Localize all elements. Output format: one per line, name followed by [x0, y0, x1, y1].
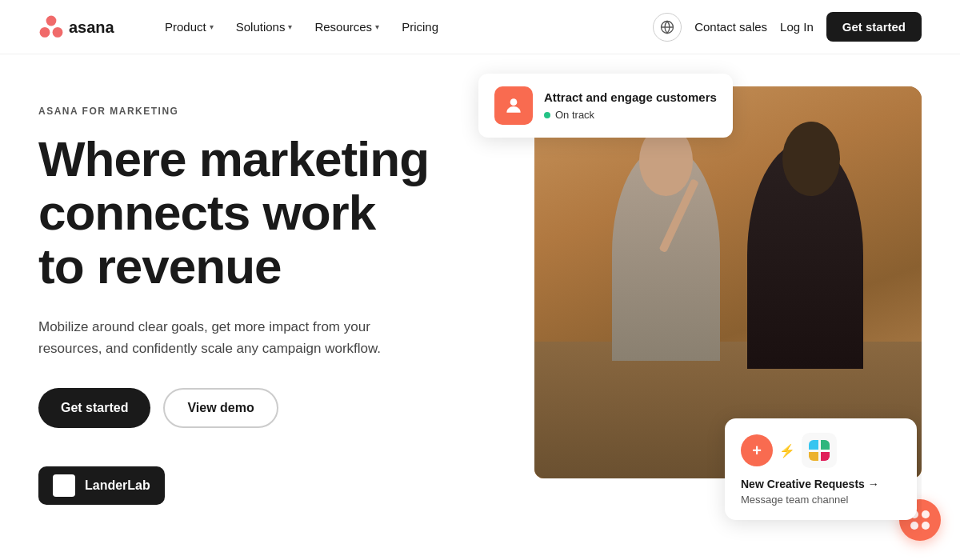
svg-rect-7 [58, 486, 63, 492]
card-top-content: Attract and engage customers On track [544, 90, 717, 121]
partner-icon [53, 474, 75, 497]
status-card: Attract and engage customers On track [478, 74, 733, 138]
get-started-button[interactable]: Get started [38, 388, 150, 428]
nav-resources[interactable]: Resources ▾ [305, 14, 389, 40]
hero-left: ASANA FOR MARKETING Where marketing conn… [38, 86, 454, 505]
logo[interactable]: asana [38, 14, 126, 40]
card-status: On track [544, 109, 717, 121]
nav-right: Contact sales Log In Get started [653, 12, 922, 42]
nav-get-started-button[interactable]: Get started [826, 12, 922, 42]
card-title: Attract and engage customers [544, 90, 717, 104]
card-person-icon [494, 86, 533, 125]
hero-right: Attract and engage customers On track [470, 86, 922, 560]
svg-text:asana: asana [69, 18, 115, 36]
hero-section: ASANA FOR MARKETING Where marketing conn… [0, 54, 960, 560]
slack-icon [802, 433, 837, 468]
hero-tag: ASANA FOR MARKETING [38, 106, 454, 117]
view-demo-button[interactable]: View demo [163, 388, 278, 428]
hero-buttons: Get started View demo [38, 388, 454, 428]
svg-point-0 [46, 15, 57, 26]
contact-sales-link[interactable]: Contact sales [694, 20, 767, 34]
card-action-label: New Creative Requests → [741, 478, 901, 490]
nav-product[interactable]: Product ▾ [155, 14, 223, 40]
svg-point-1 [40, 27, 50, 38]
svg-point-8 [510, 98, 518, 106]
hero-subtitle: Mobilize around clear goals, get more im… [38, 316, 390, 359]
hero-title: Where marketing connects work to revenue [38, 133, 454, 294]
navigation: asana Product ▾ Solutions ▾ Resources ▾ … [0, 0, 960, 54]
integration-card: + ⚡ New Creative Requests → Message team… [725, 418, 917, 520]
nav-solutions[interactable]: Solutions ▾ [226, 14, 302, 40]
svg-rect-5 [58, 479, 63, 485]
nav-links: Product ▾ Solutions ▾ Resources ▾ Pricin… [155, 14, 653, 40]
language-selector[interactable] [653, 13, 682, 42]
chevron-down-icon: ▾ [375, 22, 379, 31]
card-channel-label: Message team channel [741, 494, 901, 506]
partner-badge: LanderLab [38, 466, 165, 505]
status-dot [544, 112, 550, 118]
login-link[interactable]: Log In [780, 20, 814, 34]
add-icon: + [741, 434, 773, 466]
chevron-down-icon: ▾ [210, 22, 214, 31]
arrow-icon: ⚡ [779, 443, 795, 458]
nav-pricing[interactable]: Pricing [392, 14, 448, 40]
svg-point-2 [53, 27, 63, 38]
card-bottom-icons: + ⚡ [741, 433, 901, 468]
partner-label: LanderLab [85, 478, 150, 493]
hero-image: + ⚡ New Creative Requests → Message team… [534, 86, 922, 560]
chevron-down-icon: ▾ [288, 22, 292, 31]
